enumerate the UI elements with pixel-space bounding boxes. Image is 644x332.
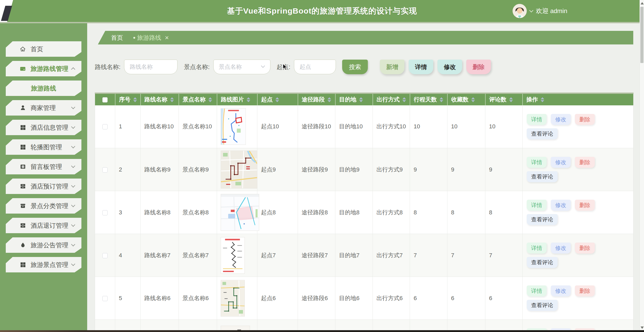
- filter-origin: 起点:: [277, 60, 336, 74]
- sidebar-item-spot-category-mgmt[interactable]: 景点分类管理: [6, 198, 81, 214]
- sort-caret-icon[interactable]: [170, 97, 174, 102]
- column-header-origin[interactable]: 起点: [257, 93, 298, 105]
- column-header-travel_mode[interactable]: 出行方式: [373, 93, 410, 105]
- cell-text: 途径路段10: [302, 123, 331, 130]
- sidebar-item-hotel-cancel-mgmt[interactable]: 酒店退订管理: [6, 218, 81, 233]
- sidebar-item-carousel-mgmt[interactable]: 轮播图管理: [6, 139, 81, 155]
- sort-caret-icon[interactable]: [509, 97, 513, 102]
- row-view-comments-button[interactable]: 查看评论: [527, 128, 558, 139]
- row-detail-button[interactable]: 详情: [527, 114, 547, 125]
- row-delete-button[interactable]: 删除: [575, 157, 595, 168]
- scrollbar-thumb[interactable]: [640, 7, 643, 63]
- sidebar-item-message-board-mgmt[interactable]: 留言板管理: [6, 159, 81, 174]
- sort-caret-icon[interactable]: [247, 97, 250, 102]
- sort-caret-icon[interactable]: [402, 97, 406, 102]
- row-delete-button[interactable]: 删除: [575, 285, 595, 296]
- column-header-comments[interactable]: 评论数: [485, 93, 523, 105]
- sidebar-item-spot-mgmt[interactable]: 旅游景点管理: [6, 257, 81, 272]
- user-avatar[interactable]: [513, 4, 527, 18]
- spot-name-select[interactable]: 景点名称: [213, 60, 270, 74]
- scroll-down-icon[interactable]: [641, 327, 644, 329]
- sidebar-item-home[interactable]: 首页: [6, 41, 81, 57]
- row-edit-button[interactable]: 修改: [551, 200, 571, 211]
- chevron-down-icon: [71, 144, 75, 148]
- sort-caret-icon[interactable]: [327, 97, 331, 102]
- cell-text: 6: [414, 295, 417, 301]
- sidebar-item-merchant-mgmt[interactable]: 商家管理: [6, 100, 81, 116]
- column-header-via[interactable]: 途径路段: [298, 93, 335, 105]
- row-delete-button[interactable]: 删除: [575, 243, 595, 254]
- row-edit-button[interactable]: 修改: [551, 285, 571, 296]
- origin-input[interactable]: [294, 60, 336, 74]
- row-detail-button[interactable]: 详情: [527, 285, 547, 296]
- row-checkbox[interactable]: [102, 253, 108, 258]
- row-detail-button[interactable]: 详情: [527, 243, 547, 254]
- row-detail-button[interactable]: 详情: [527, 157, 547, 168]
- sort-caret-icon[interactable]: [133, 97, 137, 102]
- column-header-label: 评论数: [489, 96, 507, 103]
- row-checkbox[interactable]: [102, 210, 108, 215]
- sort-caret-icon[interactable]: [440, 97, 443, 102]
- search-button[interactable]: 搜索: [342, 60, 368, 74]
- column-header-seq[interactable]: 序号: [115, 93, 141, 105]
- column-header-label: 途径路段: [302, 96, 325, 103]
- tab-active[interactable]: ●旅游路线×: [133, 34, 169, 42]
- row-edit-button[interactable]: 修改: [551, 114, 571, 125]
- vertical-scrollbar[interactable]: [640, 0, 644, 332]
- cell-text: 8: [414, 209, 417, 216]
- user-menu[interactable]: 欢迎 admin: [513, 0, 567, 22]
- cell-favorites: 8: [447, 191, 485, 234]
- bottom-edge-strip: [0, 330, 644, 332]
- row-edit-button[interactable]: 修改: [551, 157, 571, 168]
- row-delete-button[interactable]: 删除: [575, 200, 595, 211]
- column-header-favorites[interactable]: 收藏数: [447, 93, 485, 105]
- cell-route_name: 路线名称7: [141, 234, 179, 277]
- cell-text: 6: [451, 295, 454, 301]
- sidebar-item-hotel-info-mgmt[interactable]: 酒店信息管理: [6, 120, 81, 135]
- column-header-actions[interactable]: 操作: [523, 93, 634, 105]
- sidebar-item-hotel-booking-mgmt[interactable]: 酒店预订管理: [6, 179, 81, 194]
- cell-text: 1: [119, 123, 122, 130]
- sidebar-item-notice-mgmt[interactable]: 旅游公告管理: [6, 237, 81, 253]
- column-header-spot_name[interactable]: 景点名称: [179, 93, 217, 105]
- column-header-destination[interactable]: 目的地: [335, 93, 373, 105]
- delete-button[interactable]: 删除: [466, 60, 491, 74]
- sidebar-subitem-route-mgmt[interactable]: 旅游路线: [6, 81, 81, 96]
- column-header-label: 起点: [261, 96, 273, 103]
- tab-0[interactable]: 首页: [111, 34, 123, 42]
- cell-image: [217, 148, 257, 191]
- row-checkbox[interactable]: [102, 167, 108, 173]
- row-detail-button[interactable]: 详情: [527, 200, 547, 211]
- add-button[interactable]: 新增: [380, 60, 404, 74]
- row-view-comments-button[interactable]: 查看评论: [527, 171, 558, 182]
- select-all-checkbox[interactable]: [102, 97, 108, 102]
- column-header-days[interactable]: 行程天数: [410, 93, 447, 105]
- sort-caret-icon[interactable]: [359, 97, 363, 102]
- row-edit-button[interactable]: 修改: [551, 243, 571, 254]
- close-tab-icon[interactable]: ×: [165, 34, 169, 41]
- sidebar-subitem-label: 旅游路线: [31, 84, 56, 93]
- route-name-input[interactable]: [124, 60, 177, 74]
- sort-caret-icon[interactable]: [208, 97, 212, 102]
- cell-text: 景点名称8: [182, 209, 209, 216]
- row-checkbox[interactable]: [102, 124, 108, 129]
- row-view-comments-button[interactable]: 查看评论: [527, 214, 558, 225]
- row-view-comments-button[interactable]: 查看评论: [527, 300, 558, 311]
- sort-caret-icon[interactable]: [275, 97, 279, 102]
- sort-caret-icon[interactable]: [541, 97, 544, 102]
- cell-origin: 起点8: [257, 191, 298, 234]
- chevron-down-icon: [71, 105, 75, 109]
- column-header-route_name[interactable]: 路线名称: [141, 93, 179, 105]
- column-header-image[interactable]: 路线图片: [217, 93, 257, 105]
- scroll-up-icon[interactable]: [641, 2, 644, 4]
- drawer-icon: [19, 183, 26, 190]
- row-delete-button[interactable]: 删除: [575, 114, 595, 125]
- detail-button[interactable]: 详情: [409, 60, 433, 74]
- row-checkbox[interactable]: [102, 296, 108, 301]
- sidebar-item-route-mgmt[interactable]: 旅游路线管理: [6, 61, 81, 76]
- cell-days: 8: [410, 191, 447, 234]
- route-map-1: [221, 123, 246, 129]
- sort-caret-icon[interactable]: [471, 97, 475, 102]
- row-view-comments-button[interactable]: 查看评论: [527, 257, 558, 268]
- edit-button[interactable]: 修改: [437, 60, 462, 74]
